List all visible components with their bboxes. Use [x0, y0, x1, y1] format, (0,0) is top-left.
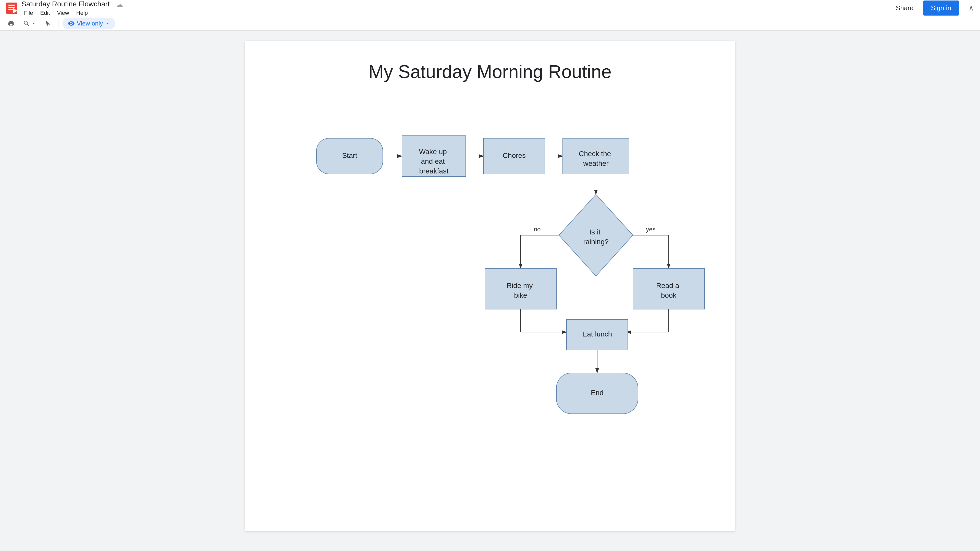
- toolbar-separator: [58, 19, 59, 27]
- eye-icon: [68, 20, 75, 27]
- yes-label: yes: [646, 226, 655, 233]
- svg-rect-2: [8, 6, 15, 8]
- svg-rect-3: [8, 9, 13, 10]
- flowchart-svg: Start Wake up and eat breakfast Chores: [286, 103, 694, 511]
- view-only-label: View only: [77, 20, 103, 27]
- lunch-label: Eat lunch: [582, 330, 612, 338]
- zoom-icon: [23, 20, 30, 27]
- canvas-area[interactable]: My Saturday Morning Routine Start Wake u…: [0, 30, 980, 551]
- zoom-button[interactable]: [21, 18, 39, 29]
- flowchart-container: Start Wake up and eat breakfast Chores: [275, 103, 704, 511]
- breakfast-label: Wake up and eat breakfast: [419, 148, 449, 175]
- topbar: Saturday Routine Flowchart ☁ File Edit V…: [0, 0, 980, 16]
- cursor-icon: [45, 20, 52, 27]
- cloud-save-icon: ☁: [116, 0, 123, 9]
- doc-title[interactable]: Saturday Routine Flowchart: [21, 0, 110, 8]
- svg-rect-1: [8, 5, 15, 6]
- menu-edit[interactable]: Edit: [38, 9, 52, 17]
- signin-button[interactable]: Sign in: [923, 0, 959, 16]
- print-button[interactable]: [5, 18, 18, 29]
- share-button[interactable]: Share: [892, 2, 918, 14]
- flowchart-title: My Saturday Morning Routine: [275, 61, 704, 82]
- app-logo: [6, 3, 18, 14]
- right-buttons: Share Sign in ∧: [892, 0, 974, 16]
- doc-title-area: Saturday Routine Flowchart ☁ File Edit V…: [21, 0, 892, 17]
- document: My Saturday Morning Routine Start Wake u…: [245, 41, 735, 531]
- start-label: Start: [342, 151, 357, 159]
- toolbar: View only: [0, 16, 980, 30]
- menu-view[interactable]: View: [54, 9, 72, 17]
- view-only-dropdown-icon: [105, 21, 110, 26]
- zoom-dropdown-icon: [31, 21, 36, 26]
- print-icon: [8, 20, 15, 27]
- expand-icon[interactable]: ∧: [969, 4, 974, 12]
- svg-rect-0: [6, 3, 18, 14]
- no-label: no: [534, 226, 541, 233]
- menu-file[interactable]: File: [21, 9, 35, 17]
- doc-menu: File Edit View Help: [21, 9, 892, 17]
- menu-help[interactable]: Help: [74, 9, 90, 17]
- view-only-button[interactable]: View only: [62, 18, 115, 29]
- chores-label: Chores: [503, 151, 526, 159]
- cursor-button[interactable]: [42, 18, 54, 29]
- end-label: End: [591, 389, 604, 397]
